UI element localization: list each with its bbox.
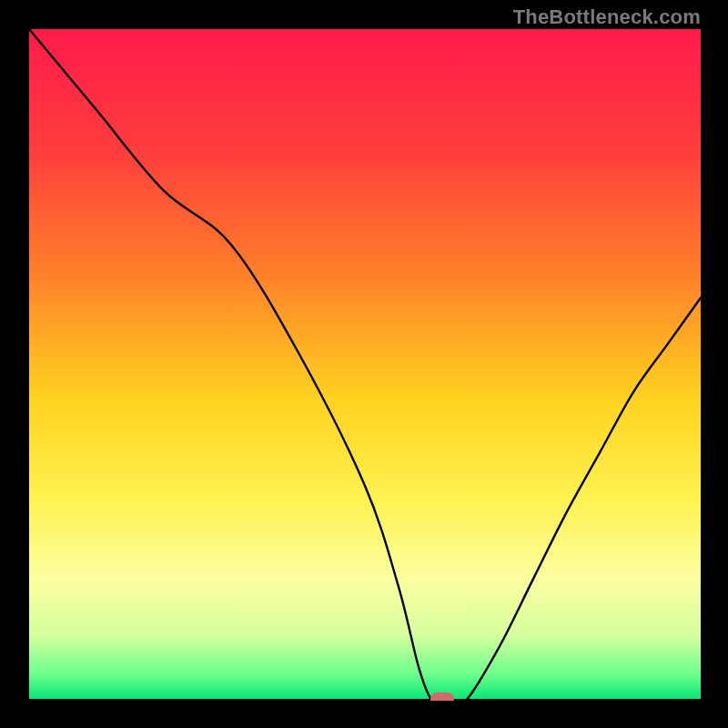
optimal-marker bbox=[430, 693, 454, 701]
bottleneck-chart: TheBottleneck.com bbox=[0, 0, 728, 728]
chart-svg bbox=[29, 29, 701, 701]
watermark-text: TheBottleneck.com bbox=[513, 5, 701, 29]
gradient-background bbox=[29, 29, 701, 701]
plot-area bbox=[29, 29, 701, 701]
